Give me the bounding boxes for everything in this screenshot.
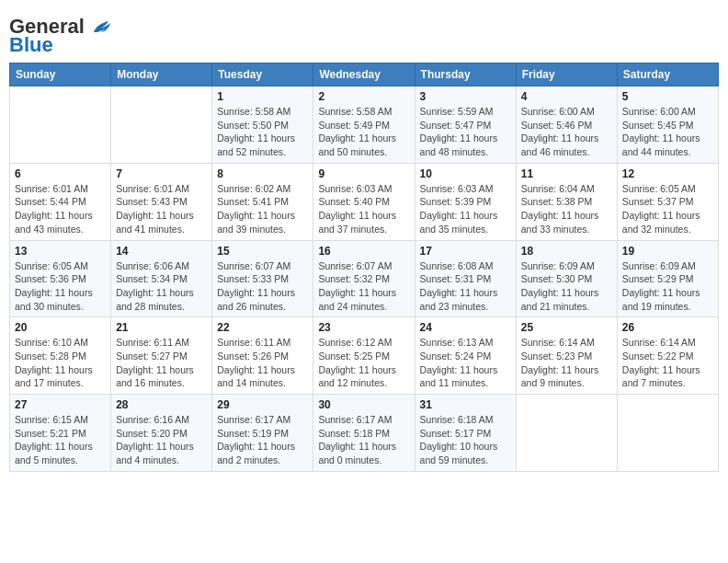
day-number: 29 — [217, 398, 308, 411]
day-number: 13 — [15, 245, 106, 258]
calendar-cell: 29Sunrise: 6:17 AMSunset: 5:19 PMDayligh… — [212, 395, 313, 472]
day-details: Sunrise: 6:09 AMSunset: 5:30 PMDaylight:… — [521, 259, 612, 314]
day-number: 30 — [318, 398, 409, 411]
calendar-cell: 18Sunrise: 6:09 AMSunset: 5:30 PMDayligh… — [516, 240, 617, 317]
calendar-cell: 11Sunrise: 6:04 AMSunset: 5:38 PMDayligh… — [516, 163, 617, 240]
day-number: 22 — [217, 321, 308, 334]
day-details: Sunrise: 6:12 AMSunset: 5:25 PMDaylight:… — [318, 336, 409, 390]
calendar-cell: 22Sunrise: 6:11 AMSunset: 5:26 PMDayligh… — [212, 317, 313, 395]
calendar-cell: 7Sunrise: 6:01 AMSunset: 5:43 PMDaylight… — [111, 163, 212, 240]
calendar-cell: 27Sunrise: 6:15 AMSunset: 5:21 PMDayligh… — [10, 395, 111, 472]
calendar-cell — [111, 86, 212, 164]
day-of-week-header: Saturday — [617, 63, 718, 86]
day-details: Sunrise: 6:16 AMSunset: 5:20 PMDaylight:… — [116, 413, 207, 467]
logo-bird-icon — [92, 19, 112, 36]
calendar-cell: 12Sunrise: 6:05 AMSunset: 5:37 PMDayligh… — [617, 163, 718, 240]
day-details: Sunrise: 6:03 AMSunset: 5:39 PMDaylight:… — [420, 182, 511, 236]
day-details: Sunrise: 6:14 AMSunset: 5:22 PMDaylight:… — [622, 336, 713, 390]
logo: General Blue — [9, 17, 112, 55]
calendar-table: SundayMondayTuesdayWednesdayThursdayFrid… — [9, 63, 719, 472]
day-number: 2 — [318, 90, 409, 103]
day-number: 26 — [622, 321, 713, 334]
day-of-week-header: Sunday — [10, 63, 111, 86]
day-number: 12 — [622, 167, 713, 180]
day-details: Sunrise: 5:58 AMSunset: 5:49 PMDaylight:… — [318, 105, 409, 159]
calendar-week-row: 1Sunrise: 5:58 AMSunset: 5:50 PMDaylight… — [10, 86, 719, 164]
calendar-cell: 8Sunrise: 6:02 AMSunset: 5:41 PMDaylight… — [212, 163, 313, 240]
calendar-cell — [10, 86, 111, 164]
day-number: 27 — [15, 398, 106, 411]
day-number: 8 — [217, 167, 308, 180]
day-details: Sunrise: 6:01 AMSunset: 5:44 PMDaylight:… — [15, 182, 106, 236]
calendar-cell: 26Sunrise: 6:14 AMSunset: 5:22 PMDayligh… — [617, 317, 718, 395]
day-details: Sunrise: 6:11 AMSunset: 5:27 PMDaylight:… — [116, 336, 207, 390]
day-number: 11 — [521, 167, 612, 180]
day-details: Sunrise: 6:15 AMSunset: 5:21 PMDaylight:… — [15, 413, 106, 467]
calendar-header-row: SundayMondayTuesdayWednesdayThursdayFrid… — [10, 63, 719, 86]
day-details: Sunrise: 6:01 AMSunset: 5:43 PMDaylight:… — [116, 182, 207, 236]
day-number: 24 — [420, 321, 511, 334]
calendar-cell: 28Sunrise: 6:16 AMSunset: 5:20 PMDayligh… — [111, 395, 212, 472]
calendar-week-row: 27Sunrise: 6:15 AMSunset: 5:21 PMDayligh… — [10, 395, 719, 472]
day-details: Sunrise: 6:00 AMSunset: 5:45 PMDaylight:… — [622, 105, 713, 159]
day-number: 14 — [116, 245, 207, 258]
calendar-cell: 15Sunrise: 6:07 AMSunset: 5:33 PMDayligh… — [212, 240, 313, 317]
day-details: Sunrise: 6:11 AMSunset: 5:26 PMDaylight:… — [217, 336, 308, 390]
calendar-week-row: 20Sunrise: 6:10 AMSunset: 5:28 PMDayligh… — [10, 317, 719, 395]
day-number: 5 — [622, 90, 713, 103]
day-details: Sunrise: 6:17 AMSunset: 5:19 PMDaylight:… — [217, 413, 308, 467]
day-of-week-header: Tuesday — [212, 63, 313, 86]
calendar-cell: 16Sunrise: 6:07 AMSunset: 5:32 PMDayligh… — [313, 240, 415, 317]
page-header: General Blue — [9, 9, 719, 55]
day-details: Sunrise: 6:04 AMSunset: 5:38 PMDaylight:… — [521, 182, 612, 236]
day-number: 28 — [116, 398, 207, 411]
calendar-cell: 3Sunrise: 5:59 AMSunset: 5:47 PMDaylight… — [415, 86, 516, 164]
day-details: Sunrise: 6:07 AMSunset: 5:33 PMDaylight:… — [217, 259, 308, 314]
day-details: Sunrise: 6:17 AMSunset: 5:18 PMDaylight:… — [318, 413, 409, 467]
day-details: Sunrise: 6:06 AMSunset: 5:34 PMDaylight:… — [116, 259, 207, 314]
day-number: 25 — [521, 321, 612, 334]
day-details: Sunrise: 5:59 AMSunset: 5:47 PMDaylight:… — [420, 105, 511, 159]
calendar-cell: 4Sunrise: 6:00 AMSunset: 5:46 PMDaylight… — [516, 86, 617, 164]
calendar-cell: 17Sunrise: 6:08 AMSunset: 5:31 PMDayligh… — [415, 240, 516, 317]
logo-blue-text: Blue — [9, 35, 53, 55]
calendar-cell: 13Sunrise: 6:05 AMSunset: 5:36 PMDayligh… — [10, 240, 111, 317]
calendar-cell: 9Sunrise: 6:03 AMSunset: 5:40 PMDaylight… — [313, 163, 415, 240]
calendar-cell: 10Sunrise: 6:03 AMSunset: 5:39 PMDayligh… — [415, 163, 516, 240]
day-details: Sunrise: 6:03 AMSunset: 5:40 PMDaylight:… — [318, 182, 409, 236]
day-number: 10 — [420, 167, 511, 180]
day-details: Sunrise: 6:00 AMSunset: 5:46 PMDaylight:… — [521, 105, 612, 159]
calendar-cell: 6Sunrise: 6:01 AMSunset: 5:44 PMDaylight… — [10, 163, 111, 240]
day-number: 16 — [318, 245, 409, 258]
calendar-cell: 30Sunrise: 6:17 AMSunset: 5:18 PMDayligh… — [313, 395, 415, 472]
day-number: 3 — [420, 90, 511, 103]
day-details: Sunrise: 6:07 AMSunset: 5:32 PMDaylight:… — [318, 259, 409, 314]
calendar-week-row: 13Sunrise: 6:05 AMSunset: 5:36 PMDayligh… — [10, 240, 719, 317]
day-of-week-header: Friday — [516, 63, 617, 86]
day-details: Sunrise: 5:58 AMSunset: 5:50 PMDaylight:… — [217, 105, 308, 159]
calendar-cell: 31Sunrise: 6:18 AMSunset: 5:17 PMDayligh… — [415, 395, 516, 472]
day-number: 19 — [622, 245, 713, 258]
day-details: Sunrise: 6:02 AMSunset: 5:41 PMDaylight:… — [217, 182, 308, 236]
day-of-week-header: Monday — [111, 63, 212, 86]
day-number: 15 — [217, 245, 308, 258]
day-details: Sunrise: 6:18 AMSunset: 5:17 PMDaylight:… — [420, 413, 511, 467]
day-details: Sunrise: 6:08 AMSunset: 5:31 PMDaylight:… — [420, 259, 511, 314]
day-number: 6 — [15, 167, 106, 180]
calendar-week-row: 6Sunrise: 6:01 AMSunset: 5:44 PMDaylight… — [10, 163, 719, 240]
day-of-week-header: Wednesday — [313, 63, 415, 86]
calendar-cell: 24Sunrise: 6:13 AMSunset: 5:24 PMDayligh… — [415, 317, 516, 395]
day-number: 7 — [116, 167, 207, 180]
day-number: 18 — [521, 245, 612, 258]
day-of-week-header: Thursday — [415, 63, 516, 86]
calendar-cell: 14Sunrise: 6:06 AMSunset: 5:34 PMDayligh… — [111, 240, 212, 317]
day-details: Sunrise: 6:14 AMSunset: 5:23 PMDaylight:… — [521, 336, 612, 390]
day-details: Sunrise: 6:05 AMSunset: 5:36 PMDaylight:… — [15, 259, 106, 314]
day-number: 21 — [116, 321, 207, 334]
calendar-cell: 19Sunrise: 6:09 AMSunset: 5:29 PMDayligh… — [617, 240, 718, 317]
day-details: Sunrise: 6:09 AMSunset: 5:29 PMDaylight:… — [622, 259, 713, 314]
day-number: 1 — [217, 90, 308, 103]
day-number: 17 — [420, 245, 511, 258]
day-number: 31 — [420, 398, 511, 411]
calendar-cell: 2Sunrise: 5:58 AMSunset: 5:49 PMDaylight… — [313, 86, 415, 164]
